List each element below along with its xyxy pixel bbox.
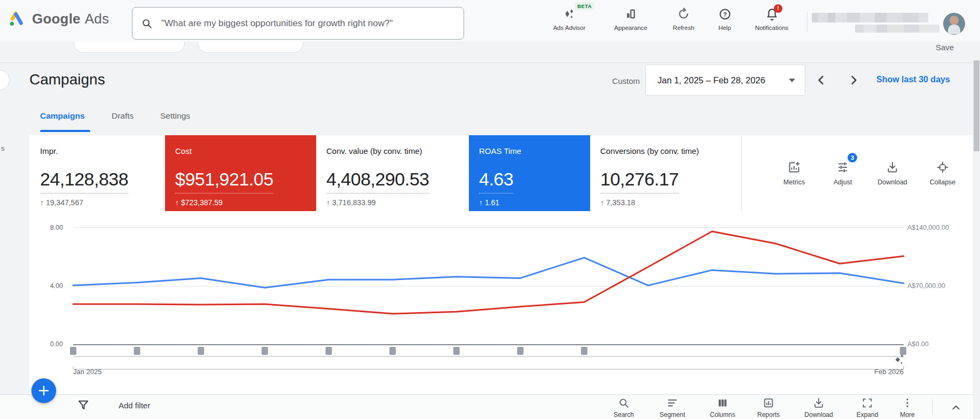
right-axis-tick: A$140,000.00 xyxy=(907,224,977,231)
refresh-icon xyxy=(677,7,690,20)
left-axis-tick: 0.00 xyxy=(37,340,63,348)
collapse-button[interactable]: Collapse xyxy=(919,160,966,186)
scorecard-conv-value[interactable]: Conv. value (by conv. time) 4,408,290.53… xyxy=(316,135,469,211)
save-button[interactable]: Save xyxy=(936,43,954,52)
brand-ads: Ads xyxy=(85,11,109,27)
ads-advisor-label: Ads Advisor xyxy=(544,25,595,31)
x-axis-label-start: Jan 2025 xyxy=(73,368,102,376)
slider-sparkle-handle-icon[interactable] xyxy=(900,362,903,364)
global-search-box[interactable] xyxy=(132,7,464,40)
google-ads-logo[interactable]: GoogleAds xyxy=(7,10,109,28)
search-icon xyxy=(618,397,630,409)
sidenav-toggle-fragment[interactable] xyxy=(0,70,10,90)
more-vertical-icon xyxy=(901,397,913,409)
slider-handle-square[interactable] xyxy=(389,347,396,355)
slider-handle-square[interactable] xyxy=(70,347,76,355)
notification-count-badge: ! xyxy=(774,4,782,13)
table-search-button[interactable]: Search xyxy=(602,397,645,418)
segment-icon xyxy=(667,397,678,409)
more-button[interactable]: More xyxy=(886,397,929,418)
delta-value: 1.61 xyxy=(485,198,499,207)
appearance-icon xyxy=(624,7,637,20)
collapse-toolbar-button[interactable] xyxy=(947,399,965,416)
beta-badge: BETA xyxy=(575,2,594,10)
appearance-button[interactable]: Appearance xyxy=(605,6,656,31)
performance-line-chart[interactable] xyxy=(0,211,980,395)
metrics-button[interactable]: Metrics xyxy=(771,160,818,186)
series-line-cost[interactable] xyxy=(73,231,904,314)
avatar[interactable] xyxy=(943,13,965,35)
tab-campaigns[interactable]: Campaigns xyxy=(40,111,85,121)
toolbar-divider xyxy=(0,394,980,395)
date-prev-button[interactable] xyxy=(812,72,829,89)
scorecard-value: 10,276.17 xyxy=(600,170,679,193)
brand-google: Google xyxy=(32,11,81,27)
columns-button[interactable]: Columns xyxy=(701,397,744,418)
scorecard-roas-time[interactable]: ROAS Time 4.63 ↑ 1.61 xyxy=(469,135,590,211)
tab-drafts[interactable]: Drafts xyxy=(112,111,134,121)
series-line-roas[interactable] xyxy=(73,258,904,288)
active-tab-indicator xyxy=(40,130,90,132)
page-title: Campaigns xyxy=(29,71,105,88)
scorecard-delta: ↑ 19,347,567 xyxy=(40,198,165,207)
help-button[interactable]: ? Help xyxy=(699,6,750,31)
add-campaign-fab[interactable] xyxy=(32,378,56,403)
appearance-label: Appearance xyxy=(605,25,656,31)
plus-icon xyxy=(38,385,49,396)
scorecard-delta: ↑ 7,353.18 xyxy=(600,198,741,207)
slider-handle-square[interactable] xyxy=(517,347,523,355)
sidenav-text-fragment: s xyxy=(1,144,5,152)
reports-icon xyxy=(763,397,774,409)
reports-button[interactable]: Reports xyxy=(747,397,790,418)
filter-funnel-icon[interactable] xyxy=(77,399,90,414)
chevron-right-icon xyxy=(850,75,858,86)
date-range-value: Jan 1, 2025 – Feb 28, 2026 xyxy=(657,75,765,86)
slider-handle-square-end[interactable] xyxy=(900,347,906,355)
collapse-label: Collapse xyxy=(919,179,966,186)
slider-handle-square[interactable] xyxy=(453,347,460,355)
scorecard-impressions[interactable]: Impr. 24,128,838 ↑ 19,347,567 xyxy=(30,135,165,211)
slider-handle-square[interactable] xyxy=(581,347,587,355)
scrollbar-thumb[interactable] xyxy=(974,60,979,151)
delta-up-arrow-icon: ↑ xyxy=(175,198,179,207)
add-filter-button[interactable]: Add filter xyxy=(119,401,150,410)
notifications-button[interactable]: ! Notifications xyxy=(746,6,797,31)
download-table-label: Download xyxy=(797,411,840,418)
scorecard-delta: ↑ 1.61 xyxy=(479,198,590,207)
download-chart-button[interactable]: Download xyxy=(869,160,916,186)
columns-icon xyxy=(717,397,728,409)
delta-value: 3,716,833.99 xyxy=(332,198,376,207)
google-ads-triangle-icon xyxy=(7,10,26,28)
scorecard-conversions[interactable]: Conversions (by conv. time) 10,276.17 ↑ … xyxy=(590,135,741,211)
slider-handle-square[interactable] xyxy=(326,347,332,355)
download-table-button[interactable]: Download xyxy=(797,397,840,418)
x-axis-label-end: Feb 2026 xyxy=(860,368,904,376)
chevron-up-icon xyxy=(950,401,962,413)
search-input[interactable] xyxy=(160,18,457,29)
delta-up-arrow-icon: ↑ xyxy=(600,198,604,207)
slider-sparkle-handle-icon[interactable] xyxy=(896,358,900,362)
slider-handle-square[interactable] xyxy=(134,347,140,355)
chevron-down-icon xyxy=(789,79,795,82)
delta-up-arrow-icon: ↑ xyxy=(326,198,330,207)
segment-button[interactable]: Segment xyxy=(651,397,694,418)
expand-icon xyxy=(861,397,873,409)
scorecard-cost[interactable]: Cost $951,921.05 ↑ $723,387.59 xyxy=(165,135,316,211)
delta-up-arrow-icon: ↑ xyxy=(40,198,44,207)
ads-advisor-button[interactable]: BETA Ads Advisor xyxy=(544,6,595,31)
adjust-button[interactable]: 3 Adjust xyxy=(819,160,866,186)
adjust-count-badge: 3 xyxy=(848,153,857,162)
sparkle-icon xyxy=(562,7,576,21)
add-chart-icon xyxy=(788,161,801,174)
date-range-selector[interactable]: Jan 1, 2025 – Feb 28, 2026 xyxy=(645,65,805,96)
date-next-button[interactable] xyxy=(845,72,863,89)
show-last-30-days-link[interactable]: Show last 30 days xyxy=(876,75,950,84)
svg-text:?: ? xyxy=(723,11,727,17)
scorecard-label: Cost xyxy=(175,146,316,156)
expand-button[interactable]: Expand xyxy=(846,397,889,418)
slider-handle-square[interactable] xyxy=(262,347,268,355)
slider-handle-square[interactable] xyxy=(198,347,204,355)
scorecard-value: 24,128,838 xyxy=(40,170,128,193)
help-label: Help xyxy=(699,25,750,31)
tab-settings[interactable]: Settings xyxy=(160,111,190,121)
